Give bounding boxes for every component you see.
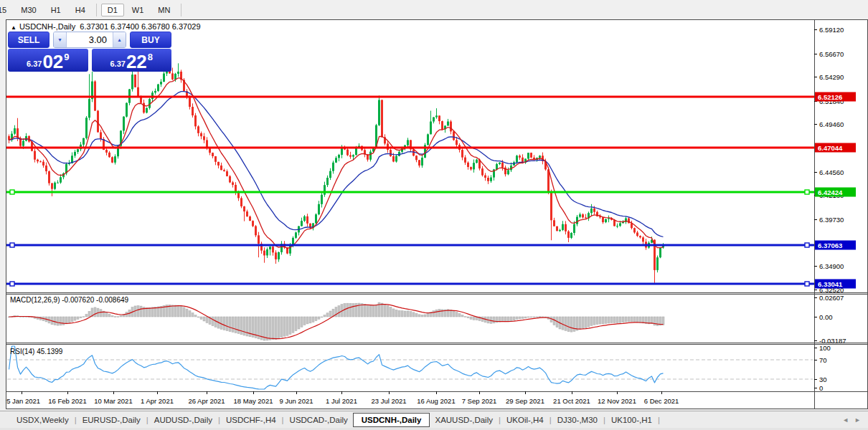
macd-histogram-bar — [286, 317, 288, 335]
tab-separator: | — [658, 416, 660, 424]
candle-up — [507, 170, 509, 174]
candle-down — [272, 247, 274, 252]
macd-histogram-bar — [602, 317, 604, 324]
rsi-tick-label: 100 — [819, 344, 831, 352]
chart-tab-usdchf-h4[interactable]: USDCHF-,H4 — [221, 414, 281, 426]
collapse-triangle-icon[interactable]: ▲ — [11, 24, 16, 31]
price-badge-label: 6.47044 — [818, 144, 843, 152]
macd-histogram-bar — [438, 310, 440, 317]
hline-handle[interactable] — [10, 243, 14, 247]
price-badge-label: 6.37063 — [818, 242, 842, 249]
candle-down — [450, 122, 452, 132]
candle-up — [608, 219, 610, 219]
chart-tab-ukoil-h4[interactable]: UKOil-,H4 — [501, 414, 549, 426]
timeframe-button-d1[interactable]: D1 — [101, 4, 124, 16]
candle-up — [174, 74, 176, 80]
macd-histogram-bar — [203, 317, 205, 321]
hline-handle[interactable] — [805, 243, 809, 247]
candle-up — [355, 148, 357, 155]
chart-tab-eurusd-daily[interactable]: EURUSD-,Daily — [77, 414, 146, 426]
timeframe-button-m30[interactable]: M30 — [14, 4, 42, 16]
macd-histogram-bar — [186, 309, 188, 317]
candle-up — [559, 230, 561, 231]
candle-down — [226, 171, 228, 176]
candle-up — [318, 204, 320, 214]
macd-histogram-bar — [424, 315, 426, 317]
volume-decrease-icon[interactable]: ▾ — [54, 32, 67, 47]
macd-histogram-bar — [318, 317, 320, 319]
volume-spinner: ▾ 3.00 ▴ — [53, 32, 126, 48]
candle-up — [332, 163, 334, 171]
candle-up — [163, 74, 165, 82]
chart-tab-audusd-daily[interactable]: AUDUSD-,Daily — [149, 414, 217, 426]
tab-separator: | — [218, 416, 220, 424]
macd-histogram-bar — [140, 306, 142, 317]
hline-handle[interactable] — [10, 190, 14, 194]
macd-histogram-bar — [435, 310, 438, 317]
candle-up — [576, 217, 578, 224]
candle-down — [223, 170, 225, 171]
macd-histogram-bar — [599, 317, 601, 324]
candle-up — [301, 221, 303, 226]
candle-down — [203, 136, 205, 140]
price-tick-label: 6.49460 — [819, 120, 844, 128]
chart-tab-uk100-h1[interactable]: UK100-,H1 — [606, 414, 657, 426]
candle-up — [570, 233, 572, 238]
date-tick-label: 10 Mar 2021 — [94, 397, 132, 405]
buy-button[interactable]: BUY — [130, 32, 171, 48]
macd-histogram-bar — [588, 317, 590, 327]
hline-handle[interactable] — [10, 282, 14, 286]
hline-handle[interactable] — [805, 190, 809, 194]
candle-up — [324, 185, 326, 194]
sell-price-display[interactable]: 6.37 02 9 — [8, 49, 88, 72]
macd-histogram-bar — [289, 317, 291, 334]
buy-price-display[interactable]: 6.37 22 8 — [92, 49, 172, 72]
macd-histogram-bar — [533, 317, 535, 317]
timeframe-button-h4[interactable]: H4 — [69, 4, 92, 16]
timeframe-button-15[interactable]: 15 — [0, 4, 13, 16]
macd-histogram-bar — [524, 317, 527, 318]
chart-tab-usdcnh-daily[interactable]: USDCNH-,Daily — [353, 413, 430, 427]
tab-separator: | — [146, 416, 148, 424]
candle-down — [209, 148, 211, 153]
volume-input[interactable]: 3.00 — [67, 32, 113, 47]
chart-tab-bar: USDX,Weekly|EURUSD-,Daily|AUDUSD-,Daily|… — [0, 411, 868, 429]
macd-histogram-bar — [174, 305, 176, 317]
macd-histogram-bar — [283, 317, 286, 336]
chart-tab-usdcad-daily[interactable]: USDCAD-,Daily — [285, 414, 353, 426]
candle-down — [487, 178, 489, 181]
macd-histogram-bar — [275, 317, 277, 340]
chart-tab-usdx-weekly[interactable]: USDX,Weekly — [11, 414, 74, 426]
timeframe-button-w1[interactable]: W1 — [126, 4, 151, 16]
macd-histogram-bar — [194, 315, 197, 317]
chart-tab-dj30-m30[interactable]: DJ30-,M30 — [552, 414, 603, 426]
timeframe-button-h1[interactable]: H1 — [44, 4, 67, 16]
candle-down — [418, 160, 420, 166]
macd-histogram-bar — [177, 305, 179, 317]
macd-histogram-bar — [372, 306, 374, 317]
candle-up — [659, 248, 661, 258]
macd-histogram-bar — [579, 317, 581, 330]
macd-histogram-bar — [596, 317, 598, 325]
hline-handle[interactable] — [805, 282, 809, 286]
candle-down — [464, 158, 466, 163]
macd-histogram-bar — [266, 317, 268, 340]
candle-down — [602, 217, 604, 222]
candle-up — [499, 163, 501, 164]
candle-down — [567, 231, 570, 238]
macd-histogram-bar — [71, 317, 73, 322]
tab-scroll-right-icon[interactable]: ► — [854, 416, 861, 424]
chart-tab-xauusd-daily[interactable]: XAUUSD-,Daily — [430, 414, 498, 426]
date-tick-label: 25 Jan 2021 — [6, 397, 40, 405]
candle-down — [415, 156, 418, 160]
sell-button[interactable]: SELL — [8, 32, 49, 48]
macd-histogram-bar — [519, 317, 521, 319]
macd-histogram-bar — [565, 317, 567, 330]
macd-histogram-bar — [235, 317, 237, 333]
candle-down — [197, 126, 199, 133]
tab-scroll-left-icon[interactable]: ◄ — [842, 416, 849, 424]
timeframe-button-mn[interactable]: MN — [151, 4, 176, 16]
candle-up — [573, 224, 575, 233]
macd-histogram-bar — [387, 305, 389, 317]
volume-increase-icon[interactable]: ▴ — [113, 32, 126, 47]
